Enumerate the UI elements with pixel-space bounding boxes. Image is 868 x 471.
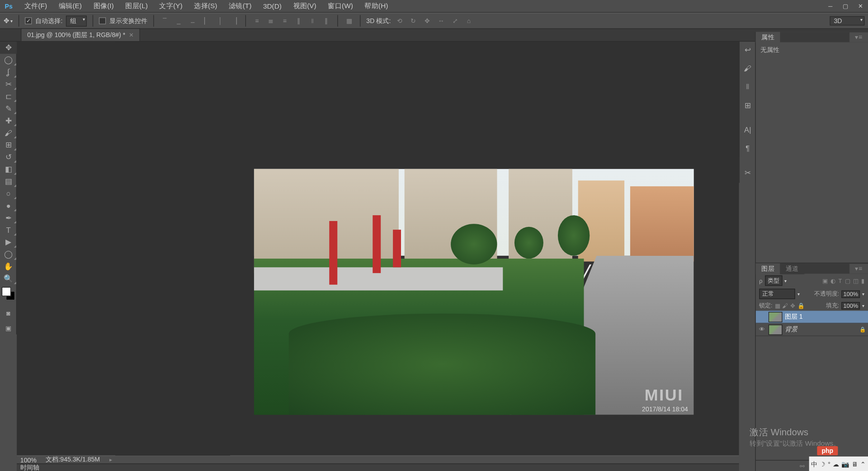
menu-view[interactable]: 视图(V)	[288, 0, 322, 13]
clone-source-icon[interactable]: ⊞	[740, 97, 756, 113]
align-left-icon[interactable]: ▏	[202, 16, 212, 26]
move-tool[interactable]: ✥	[0, 42, 17, 54]
panel-menu-icon[interactable]: ▾≡	[849, 264, 868, 273]
layer-thumbnail[interactable]	[769, 324, 783, 334]
document-tab[interactable]: 01.jpg @ 100% (图层 1, RGB/8#) * ✕	[21, 28, 140, 41]
menu-file[interactable]: 文件(F)	[19, 0, 53, 13]
layer-filter-kind[interactable]: 类型	[765, 275, 782, 286]
eyedropper-tool[interactable]: ✎	[0, 103, 17, 115]
distribute-top-icon[interactable]: ≡	[252, 16, 262, 26]
menu-type[interactable]: 文字(Y)	[154, 0, 189, 13]
eraser-tool[interactable]: ◧	[0, 163, 17, 175]
tray-camera-icon[interactable]: 📷	[841, 460, 849, 468]
filter-shape-icon[interactable]: ▢	[845, 278, 850, 284]
marquee-tool[interactable]: ◯	[0, 54, 17, 66]
quick-mask-toggle[interactable]: ◙	[0, 306, 17, 319]
auto-align-icon[interactable]: ▦	[344, 16, 354, 26]
3d-camera-icon[interactable]: ⌂	[464, 16, 474, 26]
3d-pan-icon[interactable]: ✥	[422, 16, 432, 26]
tray-monitor-icon[interactable]: 🖥	[852, 461, 858, 467]
distribute-left-icon[interactable]: ‖	[293, 16, 304, 26]
crop-tool[interactable]: ⊏	[0, 90, 17, 103]
distribute-vcenter-icon[interactable]: ≣	[266, 16, 276, 26]
3d-zoom-icon[interactable]: ⤢	[450, 16, 460, 26]
auto-select-checkbox[interactable]: ✓	[25, 17, 32, 24]
filter-adjust-icon[interactable]: ◐	[830, 278, 836, 284]
align-bottom-icon[interactable]: ⎽	[188, 16, 198, 26]
dodge-tool[interactable]: ●	[0, 200, 17, 212]
type-tool[interactable]: T	[0, 224, 17, 236]
lock-all-icon[interactable]: 🔒	[797, 302, 804, 309]
tray-icon[interactable]: °	[828, 461, 830, 467]
distribute-bottom-icon[interactable]: ≡	[279, 16, 290, 26]
panel-menu-icon[interactable]: ▾≡	[849, 32, 868, 42]
lasso-tool[interactable]: ʆ	[0, 66, 17, 78]
auto-select-dropdown[interactable]: 组	[66, 15, 87, 26]
paragraph-panel-icon[interactable]: ¶	[740, 140, 756, 156]
filter-type-icon[interactable]: T	[839, 278, 842, 284]
menu-layer[interactable]: 图层(L)	[120, 0, 154, 13]
fill-value[interactable]: 100%	[841, 302, 860, 310]
layer-row-1[interactable]: 图层 1	[756, 311, 868, 323]
visibility-toggle[interactable]: 👁	[758, 326, 766, 333]
brush-tool[interactable]: 🖌	[0, 127, 17, 139]
brush-presets-icon[interactable]: ⫴	[740, 79, 756, 95]
tool-presets-icon[interactable]: ✂	[740, 165, 756, 181]
opacity-value[interactable]: 100%	[841, 290, 860, 298]
close-tab-icon[interactable]: ✕	[129, 32, 133, 38]
color-swatches[interactable]	[2, 287, 18, 303]
canvas-area[interactable]: MIUI 2017/8/14 18:04	[17, 42, 739, 455]
menu-filter[interactable]: 滤镜(T)	[223, 0, 257, 13]
filter-smart-icon[interactable]: ◫	[853, 278, 859, 284]
layer-row-background[interactable]: 👁 背景 🔒	[756, 324, 868, 336]
3d-slide-icon[interactable]: ↔	[436, 16, 446, 26]
menu-window[interactable]: 窗口(W)	[322, 0, 359, 13]
lock-pixels-icon[interactable]: 🖌	[782, 302, 788, 309]
layer-name[interactable]: 背景	[785, 325, 797, 334]
link-layers-icon[interactable]: ⚯	[800, 463, 804, 469]
stamp-tool[interactable]: ⊞	[0, 139, 17, 151]
menu-image[interactable]: 图像(I)	[88, 0, 120, 13]
menu-3d[interactable]: 3D(D)	[257, 0, 288, 12]
properties-tab[interactable]: 属性	[756, 32, 780, 42]
layer-name[interactable]: 图层 1	[785, 312, 803, 321]
character-panel-icon[interactable]: A|	[740, 122, 756, 138]
document-canvas[interactable]: MIUI 2017/8/14 18:04	[254, 169, 694, 415]
screen-mode-toggle[interactable]: ▣	[0, 322, 17, 334]
blur-tool[interactable]: ○	[0, 188, 17, 200]
shape-tool[interactable]: ◯	[0, 248, 17, 260]
channels-tab[interactable]: 通道	[780, 263, 804, 274]
pen-tool[interactable]: ✒	[0, 212, 17, 224]
hand-tool[interactable]: ✋	[0, 260, 17, 273]
tray-chevron-icon[interactable]: ⌃	[860, 460, 866, 468]
distribute-right-icon[interactable]: ‖	[321, 16, 331, 26]
history-panel-icon[interactable]: ↩	[740, 42, 756, 58]
tray-moon-icon[interactable]: ☽	[820, 460, 826, 468]
gradient-tool[interactable]: ▤	[0, 175, 17, 188]
quick-select-tool[interactable]: ✂	[0, 78, 17, 90]
distribute-hcenter-icon[interactable]: ⫴	[307, 16, 318, 26]
close-button[interactable]: ✕	[855, 2, 866, 10]
filter-pixel-icon[interactable]: ▣	[822, 278, 828, 284]
history-brush-tool[interactable]: ↺	[0, 151, 17, 163]
align-vcenter-icon[interactable]: ⎯	[174, 16, 184, 26]
brush-panel-icon[interactable]: 🖌	[740, 60, 756, 76]
align-right-icon[interactable]: ▕	[229, 16, 240, 26]
minimize-button[interactable]: ─	[825, 2, 835, 10]
tool-preset-picker[interactable]: ✥▾	[4, 17, 13, 25]
zoom-level[interactable]: 100%	[20, 456, 37, 463]
3d-roll-icon[interactable]: ↻	[408, 16, 419, 26]
show-transform-checkbox[interactable]	[99, 17, 106, 24]
zoom-tool[interactable]: 🔍	[0, 273, 17, 285]
align-top-icon[interactable]: ⎺	[160, 16, 170, 26]
path-select-tool[interactable]: ▶	[0, 236, 17, 248]
lock-position-icon[interactable]: ✥	[790, 302, 795, 309]
maximize-button[interactable]: ▢	[840, 2, 851, 10]
workspace-switcher[interactable]: 3D	[830, 16, 865, 25]
align-hcenter-icon[interactable]: │	[215, 16, 226, 26]
menu-help[interactable]: 帮助(H)	[359, 0, 394, 13]
menu-edit[interactable]: 编辑(E)	[53, 0, 88, 13]
timeline-panel-tab[interactable]: 时间轴	[17, 463, 739, 471]
filter-toggle-icon[interactable]: ▮	[861, 278, 865, 284]
menu-select[interactable]: 选择(S)	[188, 0, 223, 13]
